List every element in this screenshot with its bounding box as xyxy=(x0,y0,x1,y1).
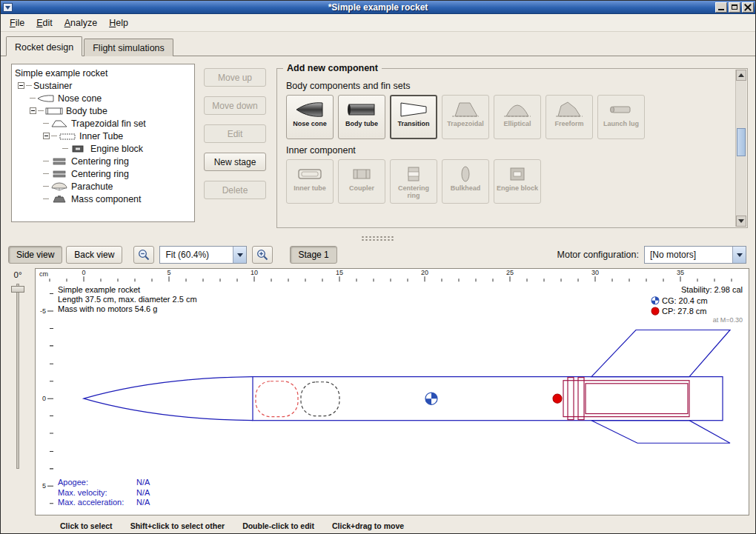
add-inner-tube-button[interactable]: Inner tube xyxy=(286,159,334,204)
add-trapezoidal-fin-button[interactable]: Trapezoidal xyxy=(442,95,489,139)
side-view-button[interactable]: Side view xyxy=(8,246,62,264)
main-window: *Simple example rocket File Edit Analyze… xyxy=(0,0,756,534)
close-button[interactable] xyxy=(742,2,754,13)
centering-ring-icon xyxy=(399,164,428,184)
tree-item-trapezoidal-fin-set[interactable]: Trapezoidal fin set xyxy=(12,117,194,130)
tree-item-inner-tube[interactable]: Inner Tube xyxy=(12,130,194,142)
stage-1-toggle[interactable]: Stage 1 xyxy=(290,246,336,264)
fin-bottom-outline[interactable] xyxy=(591,421,730,444)
nose-cone-outline[interactable] xyxy=(84,377,253,421)
tab-bar: Rocket design Flight simulations xyxy=(1,32,755,56)
centering-ring-outline[interactable] xyxy=(578,378,584,420)
inner-tube-icon xyxy=(295,164,325,184)
hint-click-select: Click to select xyxy=(60,521,113,530)
tree-item-centering-ring-2[interactable]: Centering ring xyxy=(12,167,194,180)
component-tree[interactable]: Simple example rocket Sustainer Nose con… xyxy=(11,64,195,222)
move-up-button[interactable]: Move up xyxy=(204,68,266,87)
tree-item-parachute[interactable]: Parachute xyxy=(12,180,194,193)
add-centering-ring-button[interactable]: Centering ring xyxy=(390,159,437,204)
centering-ring-outline[interactable] xyxy=(568,378,574,420)
tree-item-engine-block[interactable]: Engine block xyxy=(12,142,194,155)
back-view-button[interactable]: Back view xyxy=(66,246,122,264)
add-body-tube-button[interactable]: Body tube xyxy=(338,95,385,139)
bulkhead-icon xyxy=(451,164,480,184)
maximize-icon xyxy=(732,4,737,10)
split-divider[interactable] xyxy=(1,234,755,243)
zoom-in-button[interactable] xyxy=(252,246,273,264)
scrollbar-thumb[interactable] xyxy=(737,128,746,156)
add-coupler-button[interactable]: Coupler xyxy=(338,159,385,204)
tab-rocket-design[interactable]: Rocket design xyxy=(6,36,82,56)
window-title: *Simple example rocket xyxy=(1,2,755,13)
tree-item-centering-ring-1[interactable]: Centering ring xyxy=(12,155,194,167)
tree-item-body-tube[interactable]: Body tube xyxy=(12,104,194,117)
add-nose-cone-button[interactable]: Nose cone xyxy=(286,95,334,139)
zoom-out-button[interactable] xyxy=(133,246,154,264)
cg-legend-icon xyxy=(651,297,659,304)
add-engine-block-button[interactable]: Engine block xyxy=(494,159,541,204)
menu-file[interactable]: File xyxy=(4,16,30,30)
collapse-toggle-icon[interactable] xyxy=(30,107,36,114)
mass-component-outline[interactable] xyxy=(301,382,339,416)
body-components-label: Body components and fin sets xyxy=(286,81,731,91)
scroll-up-button[interactable] xyxy=(736,70,746,81)
zoom-value: Fit (60.4%) xyxy=(160,250,233,260)
ruler-label: -5 xyxy=(40,307,46,315)
app-icon[interactable] xyxy=(2,2,13,13)
centering-ring-icon xyxy=(50,157,68,166)
move-down-button[interactable]: Move down xyxy=(204,96,266,115)
parachute-outline[interactable] xyxy=(256,381,298,417)
collapse-toggle-icon[interactable] xyxy=(43,133,50,139)
rotation-control: 0° xyxy=(1,268,35,515)
menu-edit[interactable]: Edit xyxy=(30,16,59,30)
inner-components-row: Inner tube Coupler Centering ring Bulkhe… xyxy=(286,159,731,204)
ruler-major-ticks xyxy=(84,276,680,281)
collapse-toggle-icon[interactable] xyxy=(18,82,24,89)
titlebar[interactable]: *Simple example rocket xyxy=(1,1,755,14)
add-launch-lug-button[interactable]: Launch lug xyxy=(597,95,645,139)
zoom-select[interactable]: Fit (60.4%) xyxy=(159,246,247,264)
add-bulkhead-button[interactable]: Bulkhead xyxy=(442,159,489,204)
rocket-dimensions-text: Length 37.5 cm, max. diameter 2.5 cm xyxy=(58,295,197,304)
ruler-label: 25 xyxy=(506,269,514,276)
tree-item-nose-cone[interactable]: Nose cone xyxy=(12,92,194,104)
chevron-down-icon[interactable] xyxy=(233,247,246,263)
component-scrollbar[interactable] xyxy=(735,70,746,227)
tree-item-rocket-root[interactable]: Simple example rocket xyxy=(12,67,194,79)
tree-item-mass-component[interactable]: Mass component xyxy=(12,193,194,205)
tree-item-sustainer[interactable]: Sustainer xyxy=(12,79,194,92)
add-freeform-fin-button[interactable]: Freeform xyxy=(546,95,593,139)
close-icon xyxy=(744,4,752,11)
engine-block-outline[interactable] xyxy=(586,384,688,414)
launch-lug-icon xyxy=(606,100,636,119)
rocket-canvas-area: 0° cm 0 5 10 15 20 25 30 35 -5 0 xyxy=(1,267,755,518)
menu-help[interactable]: Help xyxy=(103,16,134,30)
rotation-slider[interactable] xyxy=(16,284,19,469)
new-stage-button[interactable]: New stage xyxy=(204,153,266,171)
delete-button[interactable]: Delete xyxy=(204,181,266,199)
ruler-minor-ticks xyxy=(50,278,732,281)
add-transition-button[interactable]: Transition xyxy=(390,95,437,139)
rotation-slider-thumb[interactable] xyxy=(11,286,24,293)
freeform-fin-icon xyxy=(554,100,584,119)
scroll-down-button[interactable] xyxy=(736,216,746,227)
inner-tube-outline[interactable] xyxy=(563,381,689,417)
rocket-figure[interactable]: cm 0 5 10 15 20 25 30 35 -5 0 5 xyxy=(36,269,749,515)
add-elliptical-fin-button[interactable]: Elliptical xyxy=(494,95,541,139)
edit-button[interactable]: Edit xyxy=(204,124,266,143)
rocket-drawing[interactable]: cm 0 5 10 15 20 25 30 35 -5 0 5 xyxy=(35,268,749,515)
ruler-label: 30 xyxy=(591,269,599,276)
ruler-label: 0 xyxy=(82,269,85,276)
rotation-value: 0° xyxy=(14,270,22,279)
minimize-icon xyxy=(718,9,724,10)
inner-tube-icon xyxy=(59,132,76,141)
menu-analyze[interactable]: Analyze xyxy=(59,16,103,30)
stability-text: Stability: 2.98 cal xyxy=(681,284,743,293)
chevron-down-icon[interactable] xyxy=(732,247,746,263)
maximize-button[interactable] xyxy=(729,2,740,13)
motor-configuration-select[interactable]: [No motors] xyxy=(644,246,746,264)
cg-text: CG: 20.4 cm xyxy=(662,296,708,305)
fin-top-outline[interactable] xyxy=(591,330,730,376)
tab-flight-simulations[interactable]: Flight simulations xyxy=(84,39,173,56)
minimize-button[interactable] xyxy=(715,2,727,13)
